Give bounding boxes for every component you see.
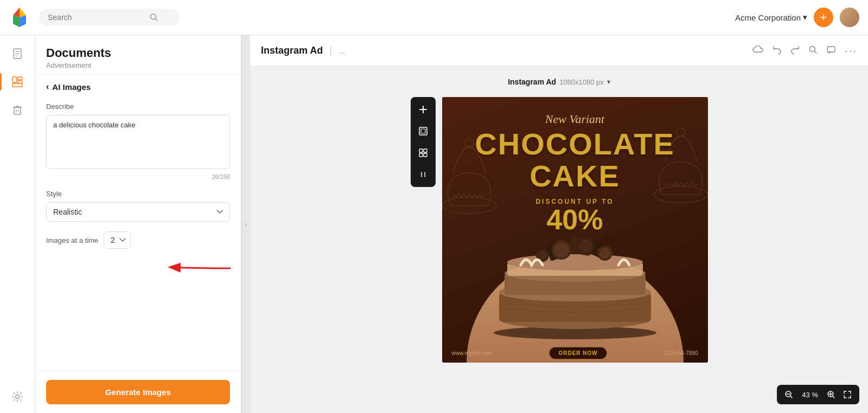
company-selector[interactable]: Acme Corporation ▾ xyxy=(735,12,807,22)
comment-icon[interactable] xyxy=(826,46,836,56)
canvas-menu-dots[interactable]: ... xyxy=(339,47,345,55)
ad-subtitle: New Variant xyxy=(545,112,604,126)
canvas-content: Instagram Ad 1080x1080 px ▾ xyxy=(250,67,868,413)
templates-icon xyxy=(11,76,23,88)
ad-main-title: CHOCOLATE CAKE xyxy=(475,128,675,192)
frame-icon xyxy=(418,126,428,136)
more-tool-button[interactable] xyxy=(413,164,433,185)
chevron-down-icon: ▾ xyxy=(803,12,807,22)
icon-sidebar xyxy=(0,35,35,413)
zoom-out-button[interactable] xyxy=(781,387,796,402)
ad-content: New Variant CHOCOLATE CAKE DISCOUNT UP T… xyxy=(442,97,708,363)
generate-button[interactable]: Generate Images xyxy=(46,380,230,404)
panel-content: Describe a delicious chocolate cake 26/2… xyxy=(35,97,241,371)
svg-point-19 xyxy=(810,46,815,51)
canvas-size-name: Instagram Ad xyxy=(508,78,556,86)
svg-point-52 xyxy=(554,242,569,257)
svg-rect-26 xyxy=(419,149,423,152)
settings-icon xyxy=(11,391,23,403)
document-icon xyxy=(11,48,23,60)
svg-point-30 xyxy=(420,172,422,173)
cake-illustration xyxy=(477,227,673,343)
collapse-icon: › xyxy=(245,221,247,228)
panel-header: Documents Advertisement xyxy=(35,35,241,74)
svg-line-20 xyxy=(815,51,817,53)
search-input[interactable] xyxy=(48,13,145,22)
search-icon xyxy=(150,13,158,22)
search-canvas-icon[interactable] xyxy=(809,46,818,56)
redo-icon[interactable] xyxy=(790,46,800,56)
svg-point-56 xyxy=(599,248,610,259)
panel-subtitle: Advertisement xyxy=(46,61,230,69)
sidebar-item-documents[interactable] xyxy=(5,42,29,66)
char-count: 26/250 xyxy=(46,173,230,180)
zoom-bar: 43 % xyxy=(777,385,859,404)
plus-icon xyxy=(418,105,428,114)
svg-rect-8 xyxy=(12,83,22,87)
back-arrow-icon: ‹ xyxy=(46,82,49,92)
undo-icon[interactable] xyxy=(772,46,782,56)
main-layout: Documents Advertisement ‹ AI Images Desc… xyxy=(0,35,868,413)
images-label: Images at a time xyxy=(46,236,98,244)
canvas-size-dimensions: 1080x1080 px xyxy=(559,78,604,86)
search-bar[interactable] xyxy=(39,9,180,26)
style-select[interactable]: Realistic Artistic Abstract Cartoon xyxy=(46,202,230,222)
svg-line-1 xyxy=(156,19,158,21)
topbar-right: Acme Corporation ▾ + xyxy=(735,8,859,27)
svg-rect-10 xyxy=(14,107,21,114)
canvas-toolbar-right: ··· xyxy=(752,44,857,57)
ad-footer: www.mysite.com ORDER NOW 123-456-7890 xyxy=(442,343,708,363)
topbar: Acme Corporation ▾ + xyxy=(0,0,868,35)
grid-tool-button[interactable] xyxy=(413,143,433,163)
frame-tool-button[interactable] xyxy=(413,121,433,141)
app-logo[interactable] xyxy=(9,7,30,28)
ad-phone: 123-456-7890 xyxy=(664,350,698,356)
avatar[interactable] xyxy=(840,8,859,27)
svg-point-58 xyxy=(538,250,547,260)
svg-rect-25 xyxy=(421,129,425,133)
canvas-area: Instagram Ad | ... ··· xyxy=(250,35,868,413)
canvas-toolbar-left xyxy=(411,97,436,187)
fullscreen-icon xyxy=(843,390,852,399)
dots-grid-icon xyxy=(418,170,428,179)
left-panel: Documents Advertisement ‹ AI Images Desc… xyxy=(35,35,241,413)
collapse-handle[interactable]: › xyxy=(241,35,250,413)
add-tool-button[interactable] xyxy=(413,99,433,120)
svg-rect-9 xyxy=(18,81,22,83)
zoom-value: 43 % xyxy=(797,391,822,399)
describe-textarea[interactable]: a delicious chocolate cake xyxy=(46,115,230,169)
describe-label: Describe xyxy=(46,102,230,111)
sidebar-item-settings[interactable] xyxy=(5,389,29,413)
svg-rect-28 xyxy=(419,153,423,157)
svg-line-63 xyxy=(833,396,834,398)
images-at-a-time-select[interactable]: 1 2 3 4 xyxy=(104,231,131,249)
canvas-size-chevron-icon[interactable]: ▾ xyxy=(607,78,610,86)
svg-rect-7 xyxy=(18,77,22,80)
svg-point-31 xyxy=(424,172,425,173)
zoom-out-icon xyxy=(784,390,793,399)
svg-rect-24 xyxy=(419,127,427,135)
fullscreen-button[interactable] xyxy=(840,387,855,402)
cloud-icon[interactable] xyxy=(752,46,763,56)
svg-line-60 xyxy=(790,396,792,398)
trash-icon xyxy=(11,104,23,116)
svg-rect-21 xyxy=(827,47,835,52)
style-section: Style Realistic Artistic Abstract Cartoo… xyxy=(46,190,230,222)
images-section: Images at a time 1 2 3 4 xyxy=(46,231,230,249)
ai-images-back[interactable]: ‹ AI Images xyxy=(35,74,241,97)
sidebar-item-templates[interactable] xyxy=(5,70,29,94)
ad-website: www.mysite.com xyxy=(452,350,492,356)
panel-footer: Generate Images xyxy=(35,371,241,413)
canvas-title: Instagram Ad xyxy=(261,45,323,56)
zoom-in-button[interactable] xyxy=(824,387,839,402)
svg-point-34 xyxy=(420,174,422,175)
panel-title: Documents xyxy=(46,46,230,60)
more-options-icon[interactable]: ··· xyxy=(845,44,857,57)
svg-point-47 xyxy=(507,254,643,270)
svg-point-17 xyxy=(16,395,20,399)
svg-rect-29 xyxy=(424,153,427,157)
sidebar-item-trash[interactable] xyxy=(5,98,29,122)
svg-point-35 xyxy=(424,174,425,175)
add-button[interactable]: + xyxy=(814,8,833,27)
ad-order-button[interactable]: ORDER NOW xyxy=(549,347,607,359)
